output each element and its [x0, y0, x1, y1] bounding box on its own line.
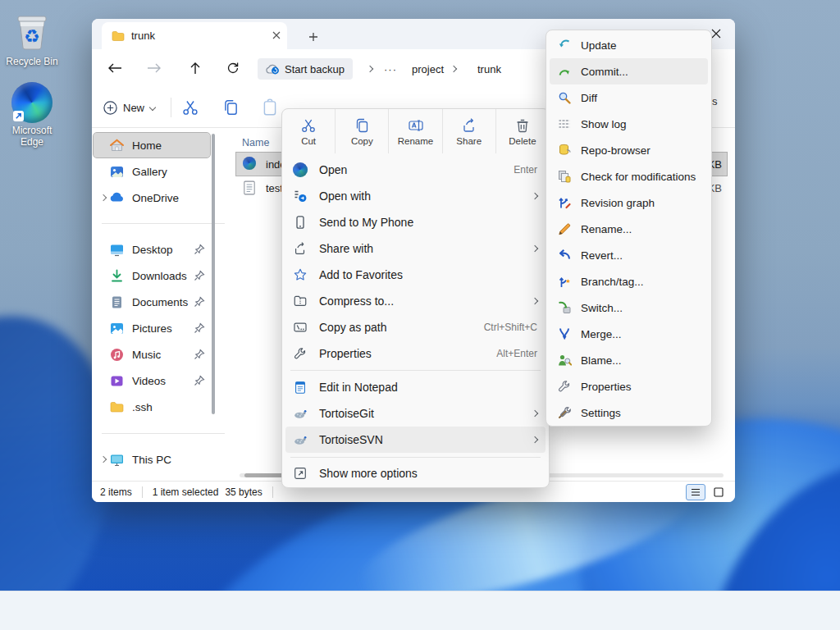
- this-pc-icon: [109, 452, 125, 468]
- music-icon: [109, 347, 125, 363]
- log-lines-icon: [556, 116, 572, 132]
- check-modifications-icon: [556, 169, 572, 185]
- context-menu-item-copy-as-path[interactable]: Copy as path Ctrl+Shift+C: [285, 314, 546, 340]
- tab-close-icon[interactable]: [272, 30, 281, 42]
- wrench-icon: [292, 345, 308, 362]
- wrench-icon: [556, 379, 572, 395]
- explorer-tab-trunk[interactable]: trunk: [102, 22, 287, 49]
- new-button[interactable]: New: [103, 97, 155, 118]
- expander-chevron-icon[interactable]: [97, 195, 109, 200]
- status-item-count: 2 items: [100, 486, 132, 498]
- desktop-folder-icon: [109, 242, 125, 258]
- phone-icon: [292, 214, 308, 231]
- sidebar-scrollbar[interactable]: [212, 134, 215, 414]
- svn-item-check-for-modifications[interactable]: Check for modifications: [550, 163, 708, 189]
- refresh-button[interactable]: [221, 57, 244, 80]
- svn-item-properties[interactable]: Properties: [550, 373, 708, 399]
- svn-item-switch[interactable]: Switch...: [550, 294, 708, 321]
- cut-icon: [300, 117, 317, 134]
- context-menu-item-send-to-phone[interactable]: Send to My Phone: [285, 209, 546, 235]
- copy-button[interactable]: [221, 98, 240, 120]
- svn-item-update[interactable]: Update: [550, 32, 708, 58]
- sidebar-item-downloads[interactable]: Downloads: [94, 263, 210, 288]
- sidebar-item-music[interactable]: Music: [94, 342, 210, 367]
- pencil-icon: [556, 221, 572, 237]
- open-with-icon: [292, 188, 308, 204]
- blame-icon: [556, 353, 572, 368]
- breadcrumb-ellipsis[interactable]: ···: [384, 58, 397, 80]
- sidebar-separator: [102, 223, 225, 224]
- svn-item-merge[interactable]: Merge...: [550, 321, 708, 347]
- breadcrumb-trunk[interactable]: trunk: [477, 58, 501, 80]
- svn-commit-icon: [556, 64, 572, 80]
- desktop-icon-recycle-bin[interactable]: ♻ Recycle Bin: [1, 11, 63, 68]
- sidebar-item-videos[interactable]: Videos: [94, 368, 210, 393]
- copy-icon: [354, 117, 370, 134]
- sidebar-item-documents[interactable]: Documents: [94, 290, 210, 314]
- svn-item-revert[interactable]: Revert...: [550, 242, 708, 268]
- breadcrumb-chip-start-backup[interactable]: Start backup: [258, 58, 353, 80]
- context-menu-item-open[interactable]: Open Enter: [285, 157, 546, 183]
- pin-icon: [194, 375, 205, 386]
- pin-icon: [194, 244, 205, 255]
- copy-action[interactable]: Copy: [336, 109, 389, 153]
- new-tab-button[interactable]: [304, 26, 323, 48]
- svn-item-diff[interactable]: Diff: [550, 84, 708, 111]
- sidebar-item-gallery[interactable]: Gallery: [94, 159, 210, 184]
- svn-item-repo-browser[interactable]: Repo-browser: [550, 137, 708, 163]
- pin-icon: [194, 296, 205, 308]
- column-header-name[interactable]: Name: [242, 133, 269, 153]
- folder-icon: [112, 30, 125, 42]
- rename-icon: [408, 117, 424, 134]
- context-menu-item-compress-to[interactable]: Compress to...: [285, 288, 546, 314]
- svn-item-branch-tag[interactable]: Branch/tag...: [550, 268, 708, 294]
- copy-as-path-icon: [292, 319, 308, 336]
- sidebar-item-this-pc[interactable]: This PC: [94, 447, 210, 472]
- sidebar-item-home[interactable]: Home: [94, 133, 210, 158]
- share-action[interactable]: Share: [443, 109, 496, 153]
- forward-button[interactable]: [143, 57, 166, 80]
- paste-button-disabled[interactable]: [261, 98, 279, 120]
- sidebar-item-onedrive[interactable]: OneDrive: [94, 185, 210, 210]
- svn-item-commit[interactable]: Commit...: [550, 58, 708, 84]
- videos-icon: [109, 373, 125, 389]
- back-button[interactable]: [103, 57, 126, 80]
- svn-item-show-log[interactable]: Show log: [550, 111, 708, 137]
- breadcrumb-chip-label: Start backup: [285, 63, 345, 75]
- svn-item-revision-graph[interactable]: Revision graph: [550, 189, 708, 216]
- context-menu-item-add-to-favorites[interactable]: Add to Favorites: [285, 262, 546, 288]
- context-menu-item-tortoisesvn[interactable]: TortoiseSVN: [285, 427, 546, 453]
- desktop-icon-microsoft-edge[interactable]: Microsoft Edge: [1, 82, 63, 148]
- details-view-toggle[interactable]: [686, 484, 705, 500]
- expander-chevron-icon[interactable]: [97, 457, 109, 462]
- plus-circle-icon: [103, 101, 117, 115]
- desktop-icon-label: Recycle Bin: [1, 57, 63, 68]
- context-menu-item-show-more-options[interactable]: Show more options: [285, 460, 546, 486]
- onedrive-icon: [109, 190, 125, 206]
- rename-action[interactable]: Rename: [389, 109, 442, 153]
- toolbar-divider: [171, 98, 171, 117]
- svn-item-rename[interactable]: Rename...: [550, 216, 708, 242]
- merge-icon: [556, 326, 572, 342]
- context-menu-item-share-with[interactable]: Share with: [285, 235, 546, 262]
- pin-icon: [194, 322, 205, 334]
- sidebar-item-ssh[interactable]: .ssh: [94, 395, 210, 419]
- svn-item-settings[interactable]: Settings: [550, 399, 708, 426]
- sidebar-item-pictures[interactable]: Pictures: [94, 316, 210, 340]
- sidebar-item-desktop[interactable]: Desktop: [94, 237, 210, 262]
- documents-icon: [109, 294, 125, 310]
- context-menu: Cut Copy Rename Share Delete Open Enter …: [281, 108, 550, 488]
- up-button[interactable]: [184, 57, 207, 80]
- context-menu-item-open-with[interactable]: Open with: [285, 183, 546, 209]
- cut-action[interactable]: Cut: [282, 109, 336, 153]
- breadcrumb-project[interactable]: project: [412, 58, 444, 80]
- cut-button[interactable]: [181, 98, 199, 120]
- star-icon: [292, 267, 308, 283]
- svn-item-blame[interactable]: Blame...: [550, 347, 708, 373]
- delete-action[interactable]: Delete: [496, 109, 549, 153]
- icons-view-toggle[interactable]: [709, 484, 728, 500]
- context-menu-item-edit-in-notepad[interactable]: Edit in Notepad: [285, 374, 546, 400]
- shortcut-arrow-icon: [13, 111, 24, 121]
- context-menu-item-properties[interactable]: Properties Alt+Enter: [285, 340, 546, 367]
- context-menu-item-tortoisegit[interactable]: TortoiseGit: [285, 400, 546, 427]
